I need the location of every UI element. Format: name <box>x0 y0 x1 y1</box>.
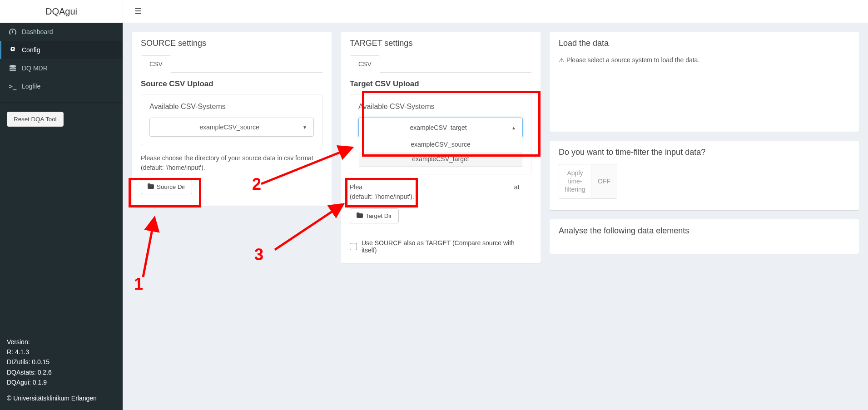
svg-line-1 <box>143 218 154 277</box>
sidebar-item-config[interactable]: Config <box>0 41 123 59</box>
sidebar: Dashboard Config DQ MDR >_ Logfile <box>0 0 123 410</box>
analyse-title: Analyse the following data elements <box>559 226 850 236</box>
header: DQAgui ☰ <box>0 0 868 23</box>
right-column: Load the data ⚠ Please select a source s… <box>550 32 859 254</box>
caret-down-icon: ▼ <box>303 125 307 130</box>
use-source-as-target-label: Use SOURCE also as TARGET (Compare sourc… <box>362 239 531 254</box>
target-settings-box: TARGET settings CSV Target CSV Upload Av… <box>341 32 541 263</box>
source-upload-title: Source CSV Upload <box>141 79 322 89</box>
version-r: R: 4.1.3 <box>7 347 116 357</box>
time-filter-toggle[interactable]: Apply time-filtering OFF <box>559 164 617 199</box>
hamburger-icon[interactable]: ☰ <box>130 2 146 21</box>
sidebar-item-label: Config <box>22 46 40 54</box>
source-dir-label: Source Dir <box>157 183 185 190</box>
target-dropdown-list: exampleCSV_source exampleCSV_target <box>359 137 522 167</box>
version-heading: Version: <box>7 337 116 347</box>
folder-icon <box>148 183 154 190</box>
dropdown-option-target[interactable]: exampleCSV_target <box>359 152 522 166</box>
sidebar-footer: Version: R: 4.1.3 DIZutils: 0.0.15 DQAst… <box>7 337 116 403</box>
source-title: SOURCE settings <box>141 39 322 48</box>
dashboard-icon <box>8 29 17 35</box>
source-avail-box: Available CSV-Systems exampleCSV_source … <box>141 94 322 145</box>
copyright: © Universitätsklinikum Erlangen <box>7 393 116 403</box>
app-logo: DQAgui <box>0 0 123 23</box>
content: SOURCE settings CSV Source CSV Upload Av… <box>123 0 868 410</box>
sidebar-divider <box>0 102 123 103</box>
source-avail-title: Available CSV-Systems <box>149 103 314 111</box>
source-system-dropdown[interactable]: exampleCSV_source ▼ <box>149 118 314 137</box>
time-filter-title: Do you want to time-filter the input dat… <box>559 148 850 157</box>
annotation-number-3: 3 <box>254 245 263 264</box>
use-source-as-target-row[interactable]: Use SOURCE also as TARGET (Compare sourc… <box>350 239 531 254</box>
target-dropdown-input[interactable] <box>365 124 511 131</box>
source-helptext: Please choose the directory of your sour… <box>141 153 322 173</box>
version-dizutils: DIZutils: 0.0.15 <box>7 357 116 367</box>
gears-icon <box>8 47 17 53</box>
target-avail-box: Available CSV-Systems ▲ exampleCSV_sourc… <box>350 94 531 174</box>
tab-csv-target[interactable]: CSV <box>350 55 380 73</box>
terminal-icon: >_ <box>8 83 17 90</box>
version-dqastats: DQAstats: 0.2.6 <box>7 367 116 377</box>
target-helptext: Please choose the directory of your targ… <box>350 183 531 202</box>
target-upload-title: Target CSV Upload <box>350 79 531 89</box>
target-tabs: CSV <box>350 55 531 73</box>
sidebar-item-logfile[interactable]: >_ Logfile <box>0 77 123 95</box>
source-settings-box: SOURCE settings CSV Source CSV Upload Av… <box>132 32 332 206</box>
warning-icon: ⚠ <box>559 56 565 64</box>
time-filter-state: OFF <box>591 164 617 198</box>
sidebar-item-label: Dashboard <box>22 28 53 35</box>
navbar: ☰ <box>123 0 868 23</box>
time-filter-label: Apply time-filtering <box>559 164 591 198</box>
time-filter-box: Do you want to time-filter the input dat… <box>550 141 859 210</box>
load-data-title: Load the data <box>559 39 850 48</box>
use-source-as-target-checkbox[interactable] <box>350 243 357 250</box>
target-title: TARGET settings <box>350 39 531 48</box>
reset-dqa-button[interactable]: Reset DQA Tool <box>7 112 64 127</box>
analyse-box: Analyse the following data elements <box>550 219 859 254</box>
load-data-box: Load the data ⚠ Please select a source s… <box>550 32 859 132</box>
database-icon <box>8 65 17 71</box>
target-avail-title: Available CSV-Systems <box>358 103 523 111</box>
source-selected: exampleCSV_source <box>156 123 303 131</box>
annotation-number-1: 1 <box>134 275 143 294</box>
source-dir-button[interactable]: Source Dir <box>141 179 192 194</box>
load-data-msg: ⚠ Please select a source system to load … <box>559 55 850 65</box>
target-dir-button[interactable]: Target Dir <box>350 208 399 223</box>
sidebar-item-label: Logfile <box>22 83 40 90</box>
sidebar-item-label: DQ MDR <box>22 64 48 72</box>
caret-up-icon: ▲ <box>511 125 516 130</box>
tab-csv-source[interactable]: CSV <box>141 55 171 73</box>
target-system-dropdown[interactable]: ▲ exampleCSV_source exampleCSV_target <box>358 118 523 138</box>
svg-line-3 <box>275 204 343 250</box>
sidebar-item-dashboard[interactable]: Dashboard <box>0 23 123 41</box>
sidebar-item-dqmdr[interactable]: DQ MDR <box>0 59 123 77</box>
folder-icon <box>357 212 363 219</box>
dropdown-option-source[interactable]: exampleCSV_source <box>359 137 522 152</box>
app-title: DQAgui <box>45 6 77 17</box>
version-dqagui: DQAgui: 0.1.9 <box>7 377 116 387</box>
target-dir-label: Target Dir <box>366 212 392 219</box>
source-tabs: CSV <box>141 55 322 73</box>
